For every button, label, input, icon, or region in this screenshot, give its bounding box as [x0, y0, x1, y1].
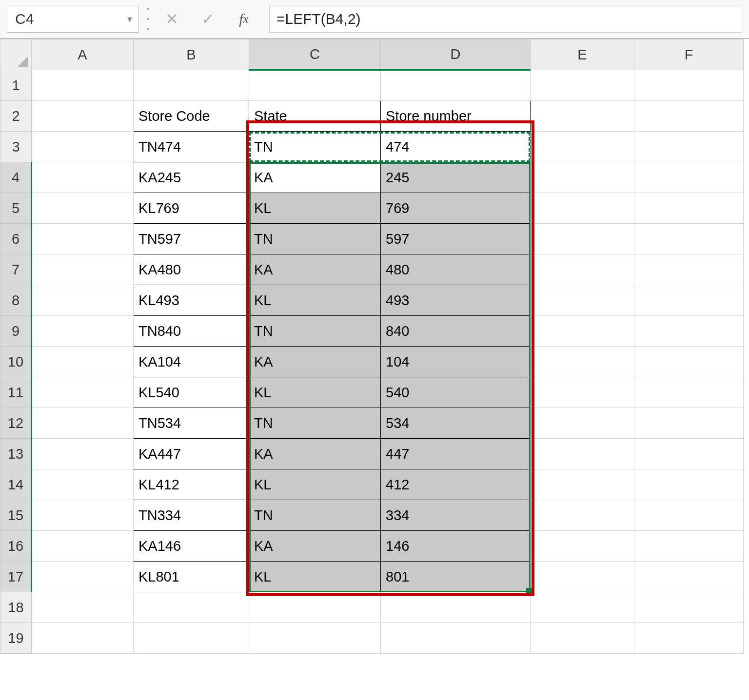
cell-E10[interactable] — [531, 347, 634, 377]
cell-B8[interactable]: KL493 — [134, 285, 249, 316]
cell-B4[interactable]: KA245 — [134, 162, 249, 193]
cell-C2[interactable]: State — [249, 101, 381, 132]
cell-E8[interactable] — [531, 285, 634, 316]
cell-A16[interactable] — [32, 531, 134, 562]
row-header-13[interactable]: 13 — [0, 439, 32, 469]
cell-E2[interactable] — [531, 101, 634, 132]
row-header-14[interactable]: 14 — [0, 469, 32, 500]
cell-A6[interactable] — [32, 224, 134, 254]
cell-A10[interactable] — [32, 347, 134, 377]
cell-B17[interactable]: KL801 — [134, 562, 249, 592]
cell-F11[interactable] — [634, 377, 744, 408]
cell-F1[interactable] — [634, 70, 744, 101]
cell-D18[interactable] — [381, 592, 531, 623]
cell-E3[interactable] — [531, 132, 634, 162]
cell-A17[interactable] — [32, 562, 134, 592]
cell-A9[interactable] — [32, 316, 134, 347]
row-header-2[interactable]: 2 — [0, 101, 32, 132]
cell-A11[interactable] — [32, 377, 134, 408]
cell-E19[interactable] — [531, 623, 634, 654]
row-header-4[interactable]: 4 — [0, 162, 32, 193]
cell-F5[interactable] — [634, 193, 744, 224]
row-header-19[interactable]: 19 — [0, 623, 32, 654]
row-header-11[interactable]: 11 — [0, 377, 32, 408]
cell-F10[interactable] — [634, 347, 744, 377]
cell-B2[interactable]: Store Code — [134, 101, 249, 132]
cell-E6[interactable] — [531, 224, 634, 254]
cell-D13[interactable]: 447 — [381, 439, 531, 469]
cell-A14[interactable] — [32, 469, 134, 500]
col-header-E[interactable]: E — [531, 39, 634, 70]
cell-B13[interactable]: KA447 — [134, 439, 249, 469]
row-header-18[interactable]: 18 — [0, 592, 32, 623]
cell-A8[interactable] — [32, 285, 134, 316]
cell-C3[interactable]: TN — [249, 132, 381, 162]
cell-D1[interactable] — [381, 70, 531, 101]
cell-B19[interactable] — [134, 623, 249, 654]
cell-D9[interactable]: 840 — [381, 316, 531, 347]
cell-B1[interactable] — [134, 70, 249, 101]
row-header-9[interactable]: 9 — [0, 316, 32, 347]
row-header-5[interactable]: 5 — [0, 193, 32, 224]
row-header-8[interactable]: 8 — [0, 285, 32, 316]
cell-A7[interactable] — [32, 254, 134, 285]
fx-button[interactable]: fx — [229, 6, 258, 33]
cell-E5[interactable] — [531, 193, 634, 224]
cell-E17[interactable] — [531, 562, 634, 592]
cell-D15[interactable]: 334 — [381, 500, 531, 531]
cell-B3[interactable]: TN474 — [134, 132, 249, 162]
cell-A4[interactable] — [32, 162, 134, 193]
cell-C10[interactable]: KA — [249, 347, 381, 377]
cell-D12[interactable]: 534 — [381, 408, 531, 439]
dropdown-icon[interactable]: ▾ — [127, 13, 132, 25]
cell-B14[interactable]: KL412 — [134, 469, 249, 500]
cell-A3[interactable] — [32, 132, 134, 162]
cell-F4[interactable] — [634, 162, 744, 193]
cell-C19[interactable] — [249, 623, 381, 654]
cell-B18[interactable] — [134, 592, 249, 623]
cell-D14[interactable]: 412 — [381, 469, 531, 500]
cell-B10[interactable]: KA104 — [134, 347, 249, 377]
spreadsheet[interactable]: A B C D E F 12Store CodeStateStore numbe… — [0, 39, 749, 654]
cell-D10[interactable]: 104 — [381, 347, 531, 377]
cell-D3[interactable]: 474 — [381, 132, 531, 162]
cell-E1[interactable] — [531, 70, 634, 101]
cell-C1[interactable] — [249, 70, 381, 101]
select-all-corner[interactable] — [0, 39, 32, 70]
cell-C4[interactable]: KA — [249, 162, 381, 193]
cell-B5[interactable]: KL769 — [134, 193, 249, 224]
row-header-10[interactable]: 10 — [0, 347, 32, 377]
cell-C13[interactable]: KA — [249, 439, 381, 469]
cell-C9[interactable]: TN — [249, 316, 381, 347]
col-header-D[interactable]: D — [381, 39, 531, 70]
cell-E7[interactable] — [531, 254, 634, 285]
cell-A5[interactable] — [32, 193, 134, 224]
cell-A19[interactable] — [32, 623, 134, 654]
cell-E12[interactable] — [531, 408, 634, 439]
cell-F16[interactable] — [634, 531, 744, 562]
cell-E13[interactable] — [531, 439, 634, 469]
cell-F8[interactable] — [634, 285, 744, 316]
cell-F18[interactable] — [634, 592, 744, 623]
cell-A18[interactable] — [32, 592, 134, 623]
cell-C12[interactable]: TN — [249, 408, 381, 439]
cell-E15[interactable] — [531, 500, 634, 531]
cell-C15[interactable]: TN — [249, 500, 381, 531]
col-header-C[interactable]: C — [249, 39, 381, 70]
cell-B11[interactable]: KL540 — [134, 377, 249, 408]
cell-F14[interactable] — [634, 469, 744, 500]
cell-F19[interactable] — [634, 623, 744, 654]
cell-C14[interactable]: KL — [249, 469, 381, 500]
cell-A12[interactable] — [32, 408, 134, 439]
cell-E11[interactable] — [531, 377, 634, 408]
cell-E4[interactable] — [531, 162, 634, 193]
cell-D17[interactable]: 801 — [381, 562, 531, 592]
cell-A15[interactable] — [32, 500, 134, 531]
cell-A2[interactable] — [32, 101, 134, 132]
cell-C11[interactable]: KL — [249, 377, 381, 408]
cell-F7[interactable] — [634, 254, 744, 285]
row-header-1[interactable]: 1 — [0, 70, 32, 101]
row-header-7[interactable]: 7 — [0, 254, 32, 285]
cell-D6[interactable]: 597 — [381, 224, 531, 254]
cell-A1[interactable] — [32, 70, 134, 101]
